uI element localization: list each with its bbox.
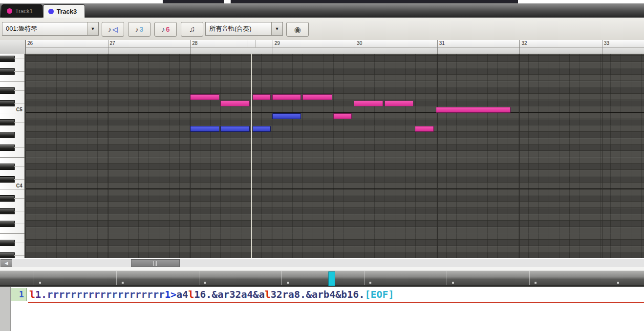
piano-keyboard[interactable]: C5C4 [0,54,25,258]
minimap-tick [287,282,289,284]
grid-row-highlight [25,233,644,234]
note-block-pink[interactable] [436,107,511,113]
grid-row-highlight [25,75,644,75]
editor-gutter-strip [0,287,11,331]
grid-row-highlight [25,170,644,170]
note-length-red-button[interactable]: ♪ 6 [154,22,177,37]
note-length-blue-button[interactable]: ♪ 3 [128,22,150,37]
song-minimap[interactable] [0,270,644,286]
measure-ruler[interactable]: 2627282930313233 [0,40,644,54]
digit-6-icon: 6 [166,25,170,33]
white-key-separator [14,243,24,243]
mml-token: rrrrrrrrrrrrrrrrrrrr [47,289,165,300]
black-key[interactable] [0,100,15,106]
black-key[interactable] [0,195,15,202]
minimap-tick [535,282,537,284]
scroll-left-button[interactable]: ◀ [0,259,12,267]
mml-code-editor[interactable]: 1 l1.rrrrrrrrrrrrrrrrrrrr1>a4l16.&ar32a4… [0,286,644,331]
white-key-separator [14,71,24,72]
grid-measure-line [519,54,520,258]
note-grid[interactable] [25,54,644,258]
audition-note-button[interactable]: ♪ ◁ [102,22,124,37]
sharp-row-shade [25,208,644,214]
black-key[interactable] [0,145,15,151]
grid-row-highlight [25,106,644,107]
white-key-separator [14,224,24,224]
black-key[interactable] [0,252,15,258]
horizontal-scrollbar[interactable]: ◀ [0,258,644,267]
grid-row-highlight [25,81,644,82]
black-key[interactable] [0,56,15,62]
black-key[interactable] [0,119,15,125]
note-block-pink[interactable] [385,101,413,106]
note-block-pink[interactable] [354,101,383,106]
measure-number: 30 [357,41,362,46]
instrument-select-value: 001:魯特琴 [2,24,87,33]
white-key-separator [0,189,24,189]
minimap-measure-separator [364,271,365,285]
toolbar: 001:魯特琴 ▼ ♪ ◁ ♪ 3 ♪ 6 ♫ 所有音軌(合奏) ▼ ◉ [0,18,644,41]
track1-color-dot [7,8,12,14]
black-key[interactable] [0,240,15,246]
note-block-pink[interactable] [272,94,301,100]
line-number: 1 [19,290,24,299]
note-block-blue[interactable] [253,126,271,132]
sharp-row-shade [25,87,644,93]
note-block-pink[interactable] [333,113,352,119]
minimap-measure-separator [34,271,34,285]
black-key[interactable] [0,164,15,170]
note-block-blue[interactable] [220,126,250,132]
grid-measure-line [25,54,26,258]
mml-token: 1. [35,289,47,300]
black-key[interactable] [0,132,15,138]
instrument-select[interactable]: 001:魯特琴 ▼ [2,22,99,36]
measure-line [355,40,355,54]
minimap-measure-separator [529,271,530,285]
measure-number: 33 [604,41,609,46]
measure-line [273,40,273,54]
sharp-row-shade [25,240,644,246]
view-toggle-button[interactable]: ◉ [286,22,309,37]
chevron-down-icon: ▼ [275,26,279,31]
spacer [0,267,644,270]
tab-track1[interactable]: Track1 [1,4,43,18]
note-block-pink[interactable] [190,94,219,100]
playhead-line[interactable] [251,54,252,258]
mml-code-line[interactable]: l1.rrrrrrrrrrrrrrrrrrrr1>a4l16.&ar32a4&a… [29,288,394,301]
line-number-cell: 1 [11,288,27,301]
mml-token: l [265,289,271,300]
note-block-pink[interactable] [220,101,250,106]
note-block-blue[interactable] [272,113,301,119]
grid-row-highlight [25,214,644,215]
black-key[interactable] [0,87,15,94]
track-filter-select[interactable]: 所有音軌(合奏) ▼ [205,22,283,36]
track-filter-value: 所有音軌(合奏) [206,24,271,33]
arrow-left-icon: ◀ [5,261,8,266]
track-filter-dropdown-button[interactable]: ▼ [271,22,282,35]
note-block-pink[interactable] [302,94,332,100]
black-key[interactable] [0,176,15,183]
scrollbar-thumb[interactable] [131,259,180,267]
black-key[interactable] [0,208,15,214]
grid-row-highlight [25,183,644,183]
mml-token: l [188,289,194,300]
sharp-row-shade [25,221,644,227]
note-block-pink[interactable] [415,126,434,132]
tab-track3[interactable]: Track3 [43,4,85,18]
minimap-tick [122,282,124,284]
mml-token: a4 [176,289,188,300]
white-key-separator [14,147,24,148]
minimap-playback-cursor[interactable] [328,271,335,286]
black-key[interactable] [0,221,15,227]
grid-measure-line [108,54,108,258]
note-pair-button[interactable]: ♫ [181,22,203,37]
top-clipped-toolbar [0,0,644,3]
note-block-blue[interactable] [190,126,219,132]
instrument-dropdown-button[interactable]: ▼ [87,22,98,35]
sharp-row-shade [25,56,644,62]
black-key[interactable] [0,68,15,75]
thumb-grip [153,261,157,266]
white-key-separator [14,90,24,91]
white-key-separator [14,122,24,123]
note-block-pink[interactable] [253,94,271,100]
